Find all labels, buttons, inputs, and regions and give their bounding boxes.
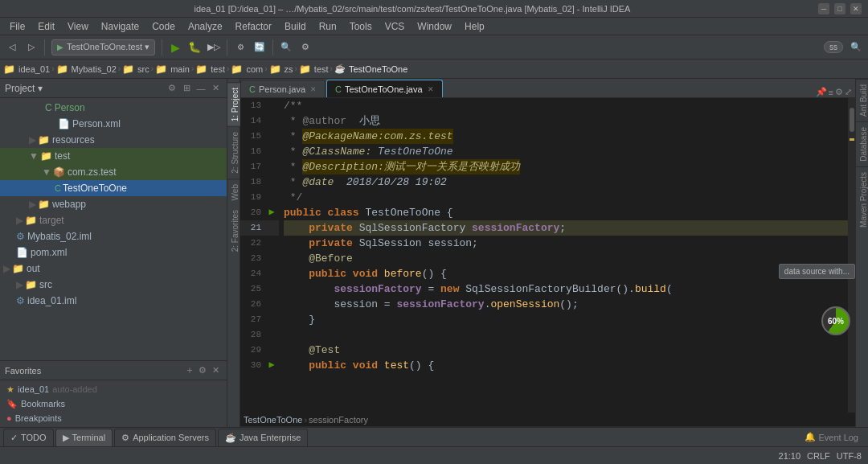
editor-settings-icon[interactable]: ⚙ [835, 87, 843, 97]
line-separator[interactable]: CRLF [807, 451, 830, 461]
folder-name: src [39, 279, 52, 290]
tree-item-webapp[interactable]: ▶ 📁 webapp [0, 196, 227, 212]
close-btn[interactable]: ✕ [850, 3, 862, 14]
tree-item-out[interactable]: ▶ 📁 out [0, 261, 227, 277]
structure-tab-label[interactable]: 2: Structure [227, 126, 240, 179]
menu-file[interactable]: File [3, 19, 31, 34]
tree-item-testonetone[interactable]: C TestOneToOne [0, 180, 227, 196]
run-btn[interactable]: ▶ [166, 39, 184, 56]
menu-edit[interactable]: Edit [31, 19, 61, 34]
menu-window[interactable]: Window [411, 19, 458, 34]
file-charset[interactable]: UTF-8 [837, 451, 862, 461]
tab-testonetone-java[interactable]: C TestOneToOne.java ✕ [326, 80, 443, 97]
favorites-settings-icon[interactable]: ⚙ [196, 364, 209, 377]
linenum-28: 28 [240, 327, 264, 343]
help-search-btn[interactable]: 🔍 [847, 39, 865, 56]
bc-idea01[interactable]: 📁idea_01 [3, 64, 50, 75]
tree-item-src[interactable]: ▶ 📁 src [0, 277, 227, 293]
scrollbar-thumb[interactable] [850, 108, 854, 132]
event-log-btn[interactable]: 🔔 Event Log [798, 432, 865, 442]
bc-testonetone[interactable]: ☕TestOneToOne [334, 64, 407, 74]
run-config-dropdown[interactable]: ▶ TestOneToOne.test ▾ [49, 39, 158, 56]
maximize-btn[interactable]: □ [834, 3, 845, 14]
bc-test[interactable]: 📁test [195, 64, 225, 75]
project-tab-label[interactable]: 1: Project [227, 82, 240, 126]
recent-files-icon[interactable]: ≡ [829, 88, 833, 97]
bc-mybatis02[interactable]: 📁Mybatis_02 [56, 64, 117, 75]
forward-btn[interactable]: ▷ [23, 39, 40, 56]
tab-app-servers[interactable]: ⚙ Application Servers [114, 429, 216, 446]
menu-vcs[interactable]: VCS [379, 19, 411, 34]
menu-navigate[interactable]: Navigate [95, 19, 145, 34]
code-line-15: * @PackageName:com.zs.test [284, 129, 848, 144]
favorites-add-icon[interactable]: ＋ [183, 364, 196, 377]
tree-item-target[interactable]: ▶ 📁 target [0, 212, 227, 228]
build-btn[interactable]: ⚙ [231, 39, 249, 56]
sidebar-expand-icon[interactable]: ⊞ [180, 82, 193, 95]
pin-tab-icon[interactable]: 📌 [816, 87, 827, 97]
bc-src[interactable]: 📁src [122, 64, 149, 75]
gutter-run-icon-30[interactable]: ▶ [264, 358, 279, 373]
tree-item-resources[interactable]: ▶ 📁 resources [0, 132, 227, 148]
gutter-28: 28 [240, 327, 279, 343]
cursor-position[interactable]: 21:10 [779, 451, 801, 461]
menu-view[interactable]: View [61, 19, 95, 34]
tree-item-person-xml[interactable]: 📄 Person.xml [0, 116, 227, 132]
back-btn[interactable]: ◁ [3, 39, 21, 56]
tree-item-person[interactable]: C Person [0, 100, 227, 116]
sync-btn[interactable]: 🔄 [251, 39, 268, 56]
debug-btn[interactable]: 🐛 [186, 39, 203, 56]
favorites-tab-label[interactable]: 2: Favorites [227, 205, 240, 257]
tab-close-icon[interactable]: ✕ [428, 85, 434, 93]
code-line-22: private SqlSession session; [284, 236, 848, 251]
expand-editor-icon[interactable]: ⤢ [845, 87, 852, 97]
tab-close-icon[interactable]: ✕ [310, 85, 317, 93]
database-tab[interactable]: Database [856, 121, 869, 166]
menu-refactor[interactable]: Refactor [229, 19, 278, 34]
menu-code[interactable]: Code [145, 19, 182, 34]
gutter-25: 25 [240, 281, 279, 297]
menu-help[interactable]: Help [458, 19, 491, 34]
fav-idea01[interactable]: ★ idea_01 auto-added [0, 382, 227, 396]
ss-btn[interactable]: ss [821, 39, 845, 56]
menu-tools[interactable]: Tools [343, 19, 379, 34]
menu-build[interactable]: Build [278, 19, 313, 34]
menu-run[interactable]: Run [313, 19, 343, 34]
web-tab-label[interactable]: Web [227, 179, 240, 205]
bc-com[interactable]: 📁com [231, 64, 263, 75]
code-editor[interactable]: 13 14 15 16 [240, 98, 855, 413]
settings-btn[interactable]: ⚙ [297, 39, 314, 56]
bc-zs[interactable]: 📁zs [269, 64, 293, 75]
gutter-29: 29 [240, 343, 279, 358]
ant-build-tab[interactable]: Ant Build [856, 79, 869, 121]
code-content[interactable]: /** * @author 小思 * @PackageName:com.zs.t… [279, 98, 849, 413]
tree-item-idea-iml[interactable]: ⚙ idea_01.iml [0, 293, 227, 309]
maven-projects-tab[interactable]: Maven Projects [856, 166, 869, 232]
fav-breakpoints[interactable]: ● Breakpoints [0, 411, 227, 425]
tab-java-enterprise[interactable]: ☕ Java Enterprise [218, 429, 308, 446]
search-everywhere-btn[interactable]: 🔍 [277, 39, 295, 56]
minimize-btn[interactable]: ─ [818, 3, 829, 14]
tab-todo[interactable]: ✓ TODO [3, 429, 54, 446]
tree-item-test-folder[interactable]: ▼ 📁 test [0, 148, 227, 164]
sidebar-close-icon[interactable]: ✕ [209, 82, 222, 95]
tree-item-pom[interactable]: 📄 pom.xml [0, 244, 227, 261]
coverage-btn[interactable]: ▶▷ [205, 39, 223, 56]
tab-person-java[interactable]: C Person.java ✕ [240, 80, 326, 97]
folder-icon: 📁 [231, 64, 243, 75]
gutter-run-icon-20[interactable]: ▶ [264, 205, 279, 220]
bc-main[interactable]: 📁main [155, 64, 190, 75]
tree-item-mybatis-iml[interactable]: ⚙ Mybatis_02.iml [0, 228, 227, 244]
linenum-30: 30 [240, 358, 264, 373]
menu-analyze[interactable]: Analyze [182, 19, 229, 34]
folder-expand-icon: ▶ [16, 279, 23, 290]
vertical-scrollbar[interactable] [849, 98, 855, 413]
favorites-close-icon[interactable]: ✕ [209, 364, 222, 377]
tab-terminal[interactable]: ▶ Terminal [55, 429, 113, 446]
sidebar-collapse-icon[interactable]: — [194, 82, 207, 95]
sidebar-settings-icon[interactable]: ⚙ [166, 82, 178, 95]
bc-test2[interactable]: 📁test [299, 64, 329, 75]
project-sidebar: Project ▾ ⚙ ⊞ — ✕ C Person 📄 Person.xml … [0, 79, 227, 427]
fav-bookmarks[interactable]: 🔖 Bookmarks [0, 396, 227, 411]
tree-item-com-zs-test[interactable]: ▼ 📦 com.zs.test [0, 164, 227, 180]
